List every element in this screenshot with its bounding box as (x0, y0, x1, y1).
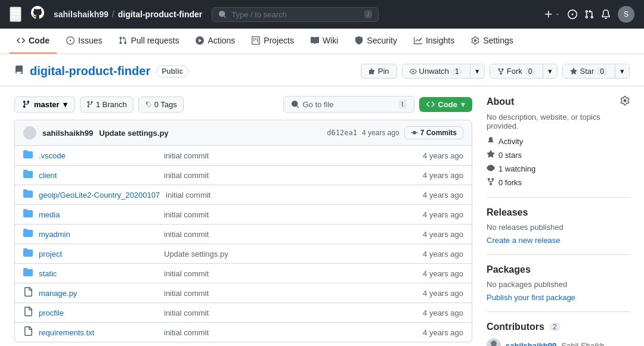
file-commit-msg: initial commit (164, 328, 398, 337)
file-name[interactable]: myadmin (39, 230, 158, 239)
about-stat: 1 watching (487, 164, 630, 174)
fork-count: 0 (525, 67, 536, 76)
table-row: static initial commit 4 years ago (15, 264, 472, 283)
contributor-username[interactable]: sahilshaikh99 (506, 341, 556, 347)
unwatch-dropdown[interactable]: ▾ (470, 64, 484, 78)
fork-button[interactable]: Fork 0 (490, 64, 543, 78)
commits-button[interactable]: 7 Commits (404, 126, 463, 139)
notifications-icon[interactable] (601, 10, 611, 19)
pin-button[interactable]: Pin (361, 64, 397, 79)
pullrequest-nav-icon[interactable] (584, 10, 594, 19)
packages-link[interactable]: Publish your first package (487, 293, 575, 302)
breadcrumb-user[interactable]: sahilshaikh99 (54, 10, 109, 19)
tags-count-btn[interactable]: 0 Tags (138, 96, 184, 113)
stat-icon (487, 177, 495, 188)
tab-security[interactable]: Security (348, 29, 404, 54)
commit-meta: d612ea1 4 years ago 7 Commits (327, 126, 463, 139)
table-row: myadmin initial commit 4 years ago (15, 225, 472, 244)
about-links: Activity0 stars1 watching0 forks (487, 136, 630, 188)
repo-icon (14, 64, 24, 78)
releases-section: Releases No releases published Create a … (487, 207, 630, 255)
svg-point-1 (26, 135, 34, 139)
file-name[interactable]: geoip/GeoLite2-Country_20200107 (39, 191, 160, 200)
star-button[interactable]: Star 0 (563, 64, 615, 78)
unwatch-button[interactable]: Unwatch 1 (402, 64, 470, 78)
table-row: manage.py initial commit 4 years ago (15, 283, 472, 303)
file-name[interactable]: procfile (39, 308, 158, 317)
file-icon (23, 326, 33, 338)
tab-wiki[interactable]: Wiki (304, 29, 345, 54)
file-name[interactable]: project (39, 250, 158, 258)
file-name[interactable]: .vscode (39, 151, 158, 160)
folder-icon (23, 248, 33, 260)
branch-selector[interactable]: master ▾ (14, 96, 75, 113)
file-date: 4 years ago (404, 308, 463, 317)
star-dropdown[interactable]: ▾ (615, 64, 629, 78)
commit-author[interactable]: sahilshaikh99 (42, 129, 93, 138)
stat-icon (487, 136, 495, 146)
file-name[interactable]: manage.py (39, 289, 158, 298)
file-date: 4 years ago (404, 250, 463, 258)
hamburger-button[interactable]: ☰ (10, 7, 21, 22)
top-nav-right: S (544, 6, 634, 23)
folder-icon (23, 189, 33, 201)
file-date: 4 years ago (404, 289, 463, 298)
contributor-item: sahilshaikh99 Sahil Shaikh (487, 338, 630, 346)
tab-actions[interactable]: Actions (188, 29, 242, 54)
branch-count-btn[interactable]: 1 Branch (80, 96, 134, 113)
file-controls: master ▾ 1 Branch 0 Tags Go to file t (14, 96, 472, 113)
repo-link[interactable]: digital-product-finder (30, 64, 150, 78)
tab-insights[interactable]: Insights (407, 29, 462, 54)
issues-nav-icon[interactable] (568, 10, 577, 19)
table-row: .vscode initial commit 4 years ago (15, 146, 472, 166)
search-input[interactable] (231, 10, 360, 19)
tab-issues[interactable]: Issues (59, 29, 109, 54)
file-name[interactable]: static (39, 269, 158, 278)
about-settings-button[interactable] (620, 96, 630, 108)
code-button[interactable]: Code ▾ (419, 97, 473, 112)
about-section: About No description, website, or topics… (487, 96, 630, 198)
commit-message[interactable]: Update settings.py (99, 129, 168, 138)
tab-projects[interactable]: Projects (244, 29, 301, 54)
file-name[interactable]: media (39, 210, 158, 219)
folder-icon (23, 208, 33, 220)
table-row: requirements.txt initial commit 4 years … (15, 323, 472, 342)
file-table: .vscode initial commit 4 years ago clien… (14, 146, 472, 342)
releases-link[interactable]: Create a new release (487, 236, 561, 245)
svg-point-2 (491, 341, 497, 346)
file-name[interactable]: requirements.txt (39, 328, 158, 337)
visibility-badge: Public (156, 66, 188, 77)
tab-pullrequests[interactable]: Pull requests (112, 29, 186, 54)
repo-title: digital-product-finder Public (14, 64, 188, 78)
contributors-section: Contributors 2 sahilshaikh99 Sahil Shaik… (487, 322, 630, 346)
contributors-count: 2 (549, 323, 561, 331)
file-date: 4 years ago (404, 269, 463, 278)
avatar[interactable]: S (618, 6, 634, 23)
plus-button[interactable] (544, 10, 561, 19)
contributors-header: Contributors 2 (487, 322, 630, 332)
stat-icon (487, 164, 495, 174)
breadcrumb-repo[interactable]: digital-product-finder (118, 10, 203, 19)
releases-text: No releases published (487, 223, 630, 232)
goto-file-button[interactable]: Go to file t (283, 96, 414, 113)
file-commit-msg: initial commit (164, 230, 398, 239)
file-name[interactable]: client (39, 171, 158, 180)
file-commit-msg: initial commit (164, 210, 398, 219)
star-count: 0 (596, 67, 608, 76)
file-commit-msg: Update settings.py (164, 250, 398, 258)
fork-dropdown[interactable]: ▾ (543, 64, 557, 78)
commit-hash[interactable]: d612ea1 (327, 129, 357, 137)
file-commit-msg: initial commit (164, 151, 398, 160)
contributors-list: sahilshaikh99 Sahil Shaikh (487, 338, 630, 346)
file-date: 4 years ago (404, 191, 463, 200)
repo-actions: Pin Unwatch 1 ▾ Fork 0 ▾ Star 0 (361, 64, 630, 79)
breadcrumb: sahilshaikh99 / digital-product-finder (54, 10, 202, 19)
file-commit-msg: initial commit (164, 171, 398, 180)
table-row: geoip/GeoLite2-Country_20200107 initial … (15, 185, 472, 205)
file-date: 4 years ago (404, 151, 463, 160)
tab-settings[interactable]: Settings (464, 29, 521, 54)
tab-code[interactable]: Code (10, 29, 57, 54)
about-stat: 0 stars (487, 150, 630, 160)
file-browser: master ▾ 1 Branch 0 Tags Go to file t (14, 96, 472, 346)
svg-point-0 (27, 129, 32, 133)
